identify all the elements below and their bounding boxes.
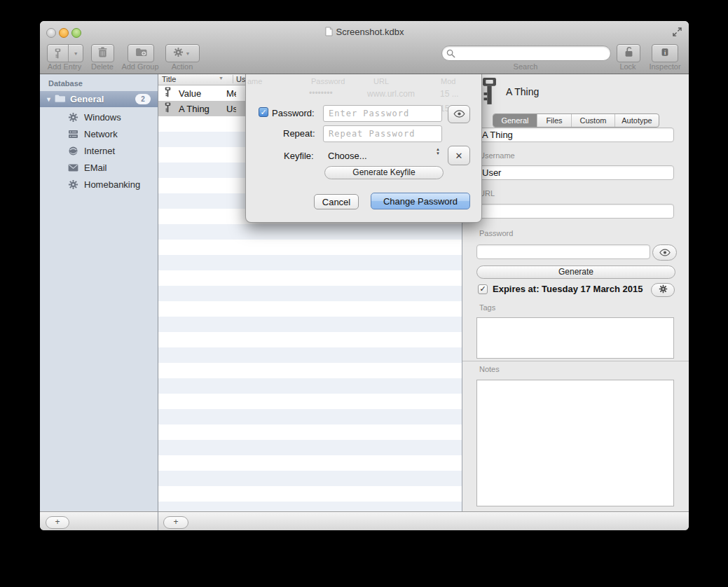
show-password-button[interactable] (652, 244, 677, 261)
sidebar-item-email[interactable]: EMail (40, 159, 158, 176)
sheet-repeat-label: Repeat: (283, 128, 315, 139)
add-entry-button[interactable]: ▼ (47, 44, 83, 62)
eye-icon (453, 109, 465, 120)
keyfile-popup[interactable]: Choose... (328, 151, 367, 161)
globe-icon (67, 145, 78, 156)
lock-label: Lock (610, 62, 645, 71)
entry-count-badge: 2 (135, 94, 151, 104)
notes-label: Notes (479, 365, 500, 373)
ghost-url-header: URL (373, 77, 389, 85)
ghost-password-header: Password (311, 77, 345, 85)
change-password-sheet: ame Password URL Mod •••••••• www.url.co… (245, 74, 482, 223)
ghost-username-header: ame (247, 77, 262, 85)
key-icon (48, 45, 68, 62)
sidebar-item-label: EMail (84, 163, 107, 173)
show-password-button[interactable] (448, 105, 470, 123)
key-icon (482, 77, 497, 108)
gear-icon (67, 111, 78, 123)
entry-username: Us (226, 104, 236, 114)
inspector-label: Inspector (644, 62, 686, 71)
info-icon: i (659, 47, 671, 60)
add-entry-plus-button[interactable]: + (163, 516, 188, 529)
gear-icon (67, 179, 78, 190)
stepper-icon[interactable]: ▲▼ (436, 147, 440, 156)
gear-icon (659, 284, 668, 296)
password-checkbox[interactable]: ✓ (259, 107, 268, 117)
action-label: Action (166, 62, 198, 71)
disclosure-triangle-icon[interactable]: ▼ (46, 96, 54, 103)
sidebar-item-label: Internet (84, 146, 115, 156)
chevron-down-icon: ▼ (69, 45, 83, 62)
sidebar-item-internet[interactable]: Internet (40, 142, 158, 159)
search-field[interactable] (441, 46, 611, 61)
tab-general[interactable]: General (493, 114, 537, 127)
sheet-password-label: Password: (272, 108, 315, 118)
add-group-label: Add Group (118, 62, 162, 71)
sort-descending-icon: ▼ (219, 76, 224, 81)
app-window: Screenshot.kdbx ▼ (40, 21, 689, 530)
notes-box[interactable] (476, 380, 674, 506)
search-icon (446, 48, 455, 61)
tab-autotype[interactable]: Autotype (615, 114, 659, 127)
inspector-tabs: General Files Custom Autotype (493, 113, 659, 127)
tab-custom[interactable]: Custom (572, 114, 615, 127)
change-password-button[interactable]: Change Password (371, 193, 470, 209)
generate-keyfile-button[interactable]: Generate Keyfile (324, 166, 444, 179)
entry-title: Value (179, 88, 226, 99)
action-button[interactable]: ▼ (165, 44, 200, 62)
tags-box[interactable] (476, 317, 674, 359)
expires-checkbox[interactable]: ✓ (478, 284, 488, 294)
add-group-button[interactable] (128, 44, 154, 62)
ghost-modified-header: Mod (441, 77, 455, 85)
inspector-button[interactable]: i (652, 44, 678, 62)
inspector-panel: A Thing General Files Custom Autotype Us… (462, 74, 689, 511)
bottom-bar: + + (40, 511, 689, 530)
repeat-password-input[interactable] (323, 125, 442, 142)
username-label: Username (479, 151, 515, 160)
clear-keyfile-button[interactable]: ✕ (448, 146, 470, 165)
sidebar-item-network[interactable]: Network (40, 125, 158, 142)
sidebar-item-label: Windows (84, 112, 121, 123)
expires-settings-button[interactable] (651, 283, 675, 297)
column-title[interactable]: Title (162, 75, 176, 83)
tags-label: Tags (479, 303, 495, 312)
sheet-keyfile-label: Keyfile: (284, 151, 314, 161)
cancel-button[interactable]: Cancel (314, 194, 359, 209)
sidebar-item-label: Homebanking (84, 179, 140, 190)
key-icon (165, 102, 171, 116)
password-field[interactable] (476, 244, 650, 259)
expires-label: Expires at: Tuesday 17 March 2015 (493, 284, 643, 294)
sidebar-item-windows[interactable]: Windows (40, 109, 158, 125)
sidebar-group-label: General (70, 94, 104, 104)
sidebar-item-general[interactable]: ▼ General 2 (40, 91, 158, 107)
gear-icon (173, 47, 184, 60)
eye-icon (659, 247, 671, 259)
url-field[interactable] (476, 204, 674, 219)
lock-button[interactable] (617, 44, 640, 62)
ghost-modified-value: 15 ... (440, 89, 459, 99)
fullscreen-icon[interactable] (673, 27, 682, 39)
title-field[interactable] (476, 127, 674, 142)
tab-files[interactable]: Files (537, 114, 572, 127)
titlebar-toolbar: Screenshot.kdbx ▼ (40, 21, 689, 74)
screen: Screenshot.kdbx ▼ (0, 0, 728, 587)
delete-button[interactable] (91, 44, 114, 62)
server-icon (67, 128, 78, 139)
document-icon (325, 27, 333, 39)
delete-label: Delete (88, 62, 117, 71)
close-icon: ✕ (455, 151, 463, 161)
column-username[interactable]: Us (236, 75, 246, 83)
sidebar-item-homebanking[interactable]: Homebanking (40, 176, 158, 193)
ghost-url-value: www.url.com (367, 89, 415, 99)
generate-password-button[interactable]: Generate (476, 265, 675, 279)
enter-password-input[interactable] (323, 105, 442, 122)
envelope-icon (67, 162, 78, 173)
sidebar-item-label: Network (84, 129, 118, 139)
ghost-password-value: •••••••• (309, 88, 333, 98)
username-field[interactable] (476, 165, 674, 180)
search-label: Search (504, 62, 547, 71)
add-entry-label: Add Entry (43, 62, 86, 71)
add-group-plus-button[interactable]: + (46, 516, 69, 529)
entry-title: A Thing (179, 104, 226, 114)
trash-icon (98, 47, 107, 60)
